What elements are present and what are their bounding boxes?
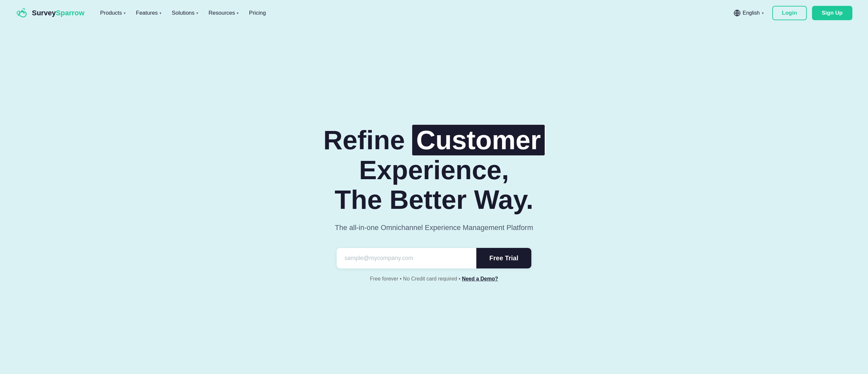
nav-item-features[interactable]: Features ▾ [132, 7, 165, 19]
logo-icon [16, 6, 29, 20]
svg-point-0 [21, 10, 23, 12]
login-button[interactable]: Login [772, 6, 807, 20]
language-selector[interactable]: English ▾ [730, 7, 767, 19]
hero-subtitle: The all-in-one Omnichannel Experience Ma… [335, 224, 533, 232]
free-trial-button[interactable]: Free Trial [476, 248, 531, 268]
hero-form: Free Trial [336, 248, 532, 269]
hero-title-highlight: Customer [412, 125, 545, 155]
nav-item-resources[interactable]: Resources ▾ [205, 7, 243, 19]
navbar: SurveySparrow Products ▾ Features ▾ Solu… [0, 0, 868, 26]
hero-title-before: Refine [323, 125, 405, 155]
nav-features-label: Features [136, 10, 158, 16]
logo[interactable]: SurveySparrow [16, 6, 84, 20]
nav-menu: Products ▾ Features ▾ Solutions ▾ Resour… [96, 7, 270, 19]
hero-note: Free forever • No Credit card required •… [370, 276, 498, 282]
nav-resources-label: Resources [209, 10, 235, 16]
logo-text: SurveySparrow [32, 9, 84, 17]
chevron-down-icon: ▾ [196, 11, 198, 15]
chevron-down-icon: ▾ [237, 11, 239, 15]
nav-left: SurveySparrow Products ▾ Features ▾ Solu… [16, 6, 270, 20]
need-demo-link[interactable]: Need a Demo? [462, 276, 498, 282]
nav-pricing-label: Pricing [249, 10, 266, 16]
nav-solutions-label: Solutions [172, 10, 195, 16]
hero-note-text: Free forever • No Credit card required • [370, 276, 460, 282]
globe-icon [734, 9, 741, 17]
chevron-down-icon: ▾ [762, 11, 764, 15]
nav-item-pricing[interactable]: Pricing [245, 7, 270, 19]
nav-products-label: Products [100, 10, 122, 16]
nav-item-products[interactable]: Products ▾ [96, 7, 129, 19]
hero-title-line2: The Better Way. [335, 185, 534, 214]
nav-item-solutions[interactable]: Solutions ▾ [168, 7, 202, 19]
hero-section: Refine Customer Experience, The Better W… [0, 26, 868, 374]
signup-button[interactable]: Sign Up [812, 6, 852, 20]
hero-title-after: Experience, [359, 155, 509, 185]
chevron-down-icon: ▾ [124, 11, 126, 15]
email-input[interactable] [337, 248, 476, 268]
language-label: English [743, 10, 760, 16]
nav-right: English ▾ Login Sign Up [730, 6, 852, 20]
hero-title: Refine Customer Experience, The Better W… [271, 125, 597, 214]
chevron-down-icon: ▾ [159, 11, 161, 15]
